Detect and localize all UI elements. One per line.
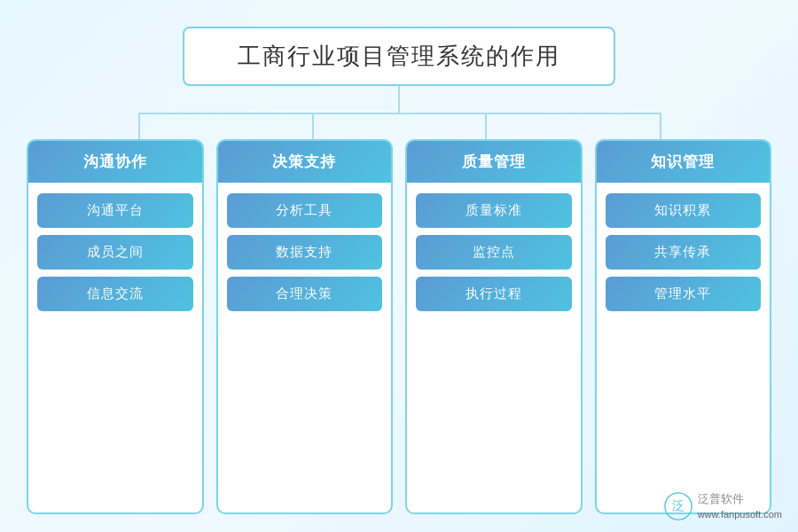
column-header-col1: 沟通协作: [28, 141, 202, 183]
connector-area: [27, 86, 771, 139]
column-item-col3-1: 监控点: [416, 235, 572, 270]
watermark-logo-icon: 泛: [664, 492, 692, 520]
column-item-col4-2: 管理水平: [606, 277, 762, 311]
page-title: 工商行业项目管理系统的作用: [183, 27, 615, 86]
column-card-col3: 质量管理质量标准监控点执行过程: [405, 139, 583, 514]
column-item-col2-1: 数据支持: [227, 235, 383, 270]
column-item-col3-0: 质量标准: [416, 193, 572, 228]
column-card-col4: 知识管理知识积累共享传承管理水平: [595, 139, 772, 514]
line-vertical-top: [398, 86, 400, 113]
column-header-col3: 质量管理: [407, 141, 581, 183]
watermark: 泛 泛普软件 www.fanpusoft.com: [664, 491, 782, 521]
column-item-col1-1: 成员之间: [37, 235, 193, 270]
main-container: 工商行业项目管理系统的作用 沟通协作沟通平台成员之间信息交流决策支持分析工具数据…: [0, 0, 798, 532]
watermark-url: www.fanpusoft.com: [698, 508, 782, 521]
column-items-col2: 分析工具数据支持合理决策: [218, 183, 392, 512]
svg-text:泛: 泛: [672, 499, 685, 513]
line-drop-3: [485, 113, 487, 139]
column-card-col2: 决策支持分析工具数据支持合理决策: [216, 139, 394, 514]
column-item-col3-2: 执行过程: [416, 277, 572, 311]
column-item-col4-0: 知识积累: [606, 193, 762, 228]
column-header-col4: 知识管理: [597, 141, 771, 183]
column-items-col3: 质量标准监控点执行过程: [407, 183, 581, 512]
line-horizontal: [138, 113, 660, 114]
line-drop-4: [660, 113, 661, 139]
columns-area: 沟通协作沟通平台成员之间信息交流决策支持分析工具数据支持合理决策质量管理质量标准…: [27, 139, 771, 514]
column-header-col2: 决策支持: [218, 141, 392, 183]
column-item-col2-0: 分析工具: [227, 193, 383, 228]
watermark-brand: 泛普软件: [698, 491, 782, 507]
watermark-text: 泛普软件 www.fanpusoft.com: [698, 491, 782, 521]
line-drop-1: [138, 113, 140, 139]
column-item-col2-2: 合理决策: [227, 277, 383, 311]
column-items-col4: 知识积累共享传承管理水平: [597, 183, 771, 512]
column-card-col1: 沟通协作沟通平台成员之间信息交流: [27, 139, 204, 514]
column-items-col1: 沟通平台成员之间信息交流: [28, 183, 202, 512]
column-item-col4-1: 共享传承: [606, 235, 762, 270]
column-item-col1-2: 信息交流: [37, 277, 193, 311]
column-item-col1-0: 沟通平台: [37, 193, 193, 228]
line-drop-2: [312, 113, 314, 139]
